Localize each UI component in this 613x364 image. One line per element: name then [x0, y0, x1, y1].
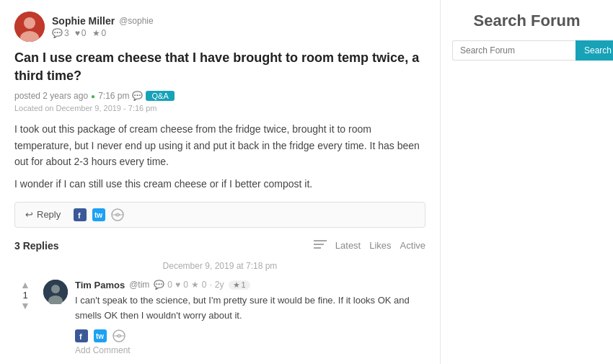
sort-likes[interactable]: Likes [369, 240, 391, 251]
facebook-share-icon[interactable]: f [74, 208, 87, 221]
posted-label: posted 2 years ago [14, 91, 88, 101]
reply-item: ▲ 1 ▼ Tim Pamos @tim 💬 0 ♥ 0 ★ [14, 280, 425, 355]
search-button[interactable]: Search [575, 40, 613, 61]
svg-point-1 [24, 17, 35, 29]
heart-icon: ♥ [75, 28, 80, 38]
reply-date-separator: December 9, 2019 at 7:18 pm [14, 261, 425, 271]
reply-star-icon: ★ [191, 280, 199, 290]
svg-text:f: f [79, 332, 82, 341]
author-handle: @sophie [119, 16, 154, 26]
post-header: Sophie Miller @sophie 💬 3 ♥ 0 ★ 0 [14, 12, 425, 42]
category-badge[interactable]: Q&A [146, 91, 174, 101]
sort-active[interactable]: Active [400, 240, 425, 251]
chat-icon: 💬 [132, 91, 143, 101]
reply-text: I can't speak to the science, but I'm pr… [75, 293, 425, 324]
reply-social-icons: f tw [75, 329, 425, 342]
add-comment-button[interactable]: Add Comment [75, 345, 131, 355]
sidebar: Search Forum Search [440, 0, 613, 364]
upvote-button[interactable]: ▲ [20, 280, 30, 290]
author-info: Sophie Miller @sophie 💬 3 ♥ 0 ★ 0 [52, 15, 154, 38]
reply-facebook-icon[interactable]: f [75, 329, 88, 342]
author-stats: 💬 3 ♥ 0 ★ 0 [52, 28, 154, 38]
reply-button[interactable]: ↩ Reply [25, 209, 61, 220]
sort-latest[interactable]: Latest [335, 240, 361, 251]
reply-comment-icon: 💬 [154, 280, 164, 290]
vote-column: ▲ 1 ▼ [14, 280, 36, 355]
reply-author-handle: @tim [129, 280, 149, 290]
svg-point-13 [51, 285, 60, 293]
post-paragraph-1: I took out this package of cream cheese … [14, 121, 425, 169]
sidebar-title: Search Forum [452, 12, 601, 30]
post-paragraph-2: I wonder if I can still use this cream c… [14, 176, 425, 192]
reply-author-stats: 💬 0 ♥ 0 ★ 0 · 2y [154, 280, 224, 290]
reply-author-name: Tim Pamos [75, 280, 125, 290]
svg-text:tw: tw [94, 211, 102, 219]
twitter-share-icon[interactable]: tw [92, 208, 105, 221]
reply-twitter-icon[interactable]: tw [94, 329, 107, 342]
comment-icon: 💬 [52, 28, 63, 38]
link-share-icon[interactable] [111, 208, 124, 221]
stat-stars: ★ 0 [92, 28, 107, 38]
reply-content: Tim Pamos @tim 💬 0 ♥ 0 ★ 0 · 2y ★ 1 I ca… [75, 280, 425, 355]
reply-vote-badge: ★ 1 [229, 280, 250, 290]
replies-count: 3 Replies [14, 240, 58, 252]
sort-icon[interactable] [314, 239, 327, 252]
post-time: 7:16 pm [98, 91, 129, 101]
reply-link-icon[interactable] [113, 329, 125, 342]
reply-author-avatar [43, 280, 68, 304]
vote-count: 1 [22, 290, 27, 301]
svg-text:f: f [78, 211, 81, 220]
reply-icon: ↩ [25, 209, 33, 220]
reply-label: Reply [37, 209, 61, 220]
reply-heart-icon: ♥ [175, 280, 180, 290]
stat-likes: ♥ 0 [75, 28, 87, 38]
post-meta: posted 2 years ago ● 7:16 pm 💬 Q&A [14, 91, 425, 101]
reply-bar: ↩ Reply f tw [14, 202, 425, 228]
reply-user-row: Tim Pamos @tim 💬 0 ♥ 0 ★ 0 · 2y ★ 1 [75, 280, 425, 290]
star-icon: ★ [92, 28, 100, 38]
author-name: Sophie Miller [52, 15, 115, 27]
author-avatar [14, 12, 45, 42]
search-input[interactable] [452, 40, 575, 61]
clock-icon: ● [91, 92, 95, 100]
post-located: Located on December 9, 2019 - 7:16 pm [14, 104, 425, 112]
post-body: I took out this package of cream cheese … [14, 121, 425, 192]
downvote-button[interactable]: ▼ [20, 301, 30, 311]
share-icons: f tw [74, 208, 124, 221]
post-title: Can I use cream cheese that I have broug… [14, 49, 425, 85]
replies-header: 3 Replies Latest Likes Active [14, 239, 425, 252]
reply-years: 2y [215, 280, 224, 290]
svg-text:tw: tw [96, 332, 104, 340]
star-badge-icon: ★ [233, 280, 240, 290]
stat-comments: 💬 3 [52, 28, 69, 38]
search-box: Search [452, 40, 601, 61]
sort-controls: Latest Likes Active [314, 239, 425, 252]
